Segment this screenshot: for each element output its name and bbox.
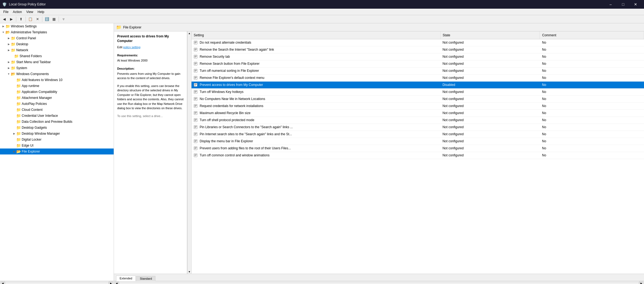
back-button[interactable]: ◀ bbox=[1, 16, 8, 22]
setting-comment: No bbox=[540, 138, 644, 145]
label-add-features: Add features to Windows 10 bbox=[22, 78, 62, 82]
folder-icon-windows-settings: 📁 bbox=[5, 24, 10, 28]
minimize-button[interactable]: – bbox=[604, 0, 617, 9]
forward-button[interactable]: ▶ bbox=[8, 16, 15, 22]
sidebar-item-windows-components[interactable]: ▼ 📂 Windows Components bbox=[0, 71, 114, 77]
menu-file[interactable]: File bbox=[1, 9, 11, 14]
tab-extended[interactable]: Extended bbox=[116, 276, 136, 281]
tree-hscrollbar[interactable]: ◀ ▶ bbox=[0, 281, 114, 284]
folder-icon-system: 📁 bbox=[11, 66, 15, 70]
tab-standard[interactable]: Standard bbox=[136, 276, 155, 281]
setting-icon bbox=[194, 132, 199, 136]
table-row[interactable]: Turn off numerical sorting in File Explo… bbox=[192, 67, 644, 74]
view-button[interactable]: ▦ bbox=[51, 16, 57, 22]
table-row[interactable]: Turn off Windows Key hotkeysNot configur… bbox=[192, 88, 644, 95]
folder-icon-add-features: 📁 bbox=[16, 78, 21, 82]
table-row[interactable]: Prevent users from adding files to the r… bbox=[192, 145, 644, 152]
table-row[interactable]: Display the menu bar in File ExplorerNot… bbox=[192, 138, 644, 145]
settings-table-container[interactable]: Setting State Comment Do not request alt… bbox=[192, 31, 644, 274]
setting-icon bbox=[194, 76, 199, 80]
panel-header-title: File Explorer bbox=[123, 25, 141, 29]
toolbar: ◀ ▶ ⬆ 📋 ✕ ℹ️ ▦ ▿ bbox=[0, 15, 644, 23]
setting-state: Not configured bbox=[440, 53, 540, 60]
hscroll-track[interactable] bbox=[5, 282, 109, 284]
setting-comment: No bbox=[540, 124, 644, 131]
settings-hscroll-right[interactable]: ▶ bbox=[639, 281, 643, 284]
hscroll-right[interactable]: ▶ bbox=[109, 281, 113, 284]
sidebar-item-control-panel[interactable]: ▶ 📁 Control Panel bbox=[0, 35, 114, 41]
sidebar-item-admin-templates[interactable]: ▼ 📂 Administrative Templates bbox=[0, 29, 114, 35]
settings-hscroll-left[interactable]: ◀ bbox=[114, 281, 119, 284]
app-title: Local Group Policy Editor bbox=[9, 2, 46, 6]
sidebar-item-edge-ui[interactable]: 📁 Edge UI bbox=[0, 143, 114, 149]
maximize-button[interactable]: □ bbox=[617, 0, 629, 9]
table-row[interactable]: Request credentials for network installa… bbox=[192, 102, 644, 109]
sidebar-item-cred-ui[interactable]: 📁 Credential User Interface bbox=[0, 113, 114, 119]
sidebar-item-system[interactable]: ▶ 📁 System bbox=[0, 65, 114, 71]
tree-scroll[interactable]: ▶ 📁 Windows Settings ▼ 📂 Administrative … bbox=[0, 23, 114, 281]
delete-button[interactable]: ✕ bbox=[34, 16, 41, 22]
table-row[interactable]: Remove Search button from File ExplorerN… bbox=[192, 60, 644, 67]
table-row[interactable]: Prevent access to drives from My Compute… bbox=[192, 81, 644, 88]
setting-state: Not configured bbox=[440, 46, 540, 53]
label-shared-folders: Shared Folders bbox=[20, 54, 42, 58]
filter-button[interactable]: ▿ bbox=[60, 16, 67, 22]
table-row[interactable]: Remove File Explorer's default context m… bbox=[192, 74, 644, 81]
expand-icon-admin-templates: ▼ bbox=[1, 30, 5, 34]
table-row[interactable]: Pin Internet search sites to the "Search… bbox=[192, 131, 644, 138]
menu-view[interactable]: View bbox=[24, 9, 36, 14]
table-row[interactable]: Maximum allowed Recycle Bin sizeNot conf… bbox=[192, 109, 644, 117]
sidebar-item-autoplay[interactable]: 📁 AutoPlay Policies bbox=[0, 101, 114, 107]
sidebar-item-app-runtime[interactable]: 📁 App runtime bbox=[0, 83, 114, 89]
description-panel: Prevent access to drives from My Compute… bbox=[114, 31, 187, 274]
show-hide-button[interactable]: 📋 bbox=[27, 16, 34, 22]
toolbar-sep-1 bbox=[16, 17, 16, 22]
desc-scroll-up[interactable]: ▲ bbox=[188, 32, 191, 35]
sidebar-item-app-compat[interactable]: 📁 Application Compatibility bbox=[0, 89, 114, 95]
sidebar-item-add-features[interactable]: 📁 Add features to Windows 10 bbox=[0, 77, 114, 83]
setting-comment: No bbox=[540, 117, 644, 124]
settings-hscroll-track[interactable] bbox=[119, 282, 639, 284]
sidebar-item-file-explorer[interactable]: ▶ 📂 File Explorer bbox=[0, 149, 114, 154]
desc-vscroll[interactable]: ▲ ▼ bbox=[187, 31, 192, 274]
table-row[interactable]: Turn off shell protocol protected modeNo… bbox=[192, 117, 644, 124]
sidebar-item-attach-mgr[interactable]: 📁 Attachment Manager bbox=[0, 95, 114, 101]
table-row[interactable]: Do not request alternate credentialsNot … bbox=[192, 39, 644, 46]
menu-action[interactable]: Action bbox=[11, 9, 24, 14]
sidebar-item-network[interactable]: ▶ 📁 Network bbox=[0, 47, 114, 53]
policy-setting-link[interactable]: policy setting bbox=[123, 46, 141, 49]
up-button[interactable]: ⬆ bbox=[18, 16, 24, 22]
table-row[interactable]: No Computers Near Me in Network Location… bbox=[192, 95, 644, 102]
sidebar-item-data-coll[interactable]: 📁 Data Collection and Preview Builds bbox=[0, 119, 114, 125]
setting-icon bbox=[194, 69, 199, 73]
sidebar-item-windows-settings[interactable]: ▶ 📁 Windows Settings bbox=[0, 23, 114, 29]
close-button[interactable]: ✕ bbox=[629, 0, 642, 9]
sidebar-item-cloud-content[interactable]: 📁 Cloud Content bbox=[0, 107, 114, 113]
setting-name: Remove Search button from File Explorer bbox=[192, 60, 440, 67]
table-row[interactable]: Remove Security tabNot configuredNo bbox=[192, 53, 644, 60]
settings-hscrollbar[interactable]: ◀ ▶ bbox=[114, 281, 644, 284]
sidebar-item-desktop-wm[interactable]: ▶ 📁 Desktop Window Manager bbox=[0, 131, 114, 137]
table-row[interactable]: Pin Libraries or Search Connectors to th… bbox=[192, 124, 644, 131]
label-windows-components: Windows Components bbox=[16, 72, 49, 76]
expand-icon-system: ▶ bbox=[7, 66, 11, 70]
sidebar-item-digital-locker[interactable]: 📁 Digital Locker bbox=[0, 137, 114, 143]
hscroll-left[interactable]: ◀ bbox=[1, 281, 5, 284]
menu-help[interactable]: Help bbox=[36, 9, 47, 14]
label-digital-locker: Digital Locker bbox=[22, 138, 42, 141]
sidebar-item-desktop[interactable]: ▶ 📁 Desktop bbox=[0, 41, 114, 47]
sidebar-item-start-menu[interactable]: ▶ 📁 Start Menu and Taskbar bbox=[0, 59, 114, 65]
setting-comment: No bbox=[540, 95, 644, 102]
table-row[interactable]: Remove the Search the Internet "Search a… bbox=[192, 46, 644, 53]
table-row[interactable]: Turn off common control and window anima… bbox=[192, 152, 644, 159]
sidebar-item-desktop-gadgets[interactable]: 📁 Desktop Gadgets bbox=[0, 125, 114, 131]
sidebar-item-shared-folders[interactable]: 📁 Shared Folders bbox=[0, 53, 114, 59]
setting-comment: No bbox=[540, 102, 644, 109]
setting-icon bbox=[194, 55, 199, 59]
desc-body[interactable]: Edit policy setting Requirements: At lea… bbox=[114, 45, 187, 274]
setting-icon bbox=[194, 104, 199, 108]
desc-scroll-down[interactable]: ▼ bbox=[188, 270, 191, 273]
setting-name: No Computers Near Me in Network Location… bbox=[192, 95, 440, 102]
properties-button[interactable]: ℹ️ bbox=[44, 16, 50, 22]
folder-icon-app-runtime: 📁 bbox=[16, 84, 21, 88]
